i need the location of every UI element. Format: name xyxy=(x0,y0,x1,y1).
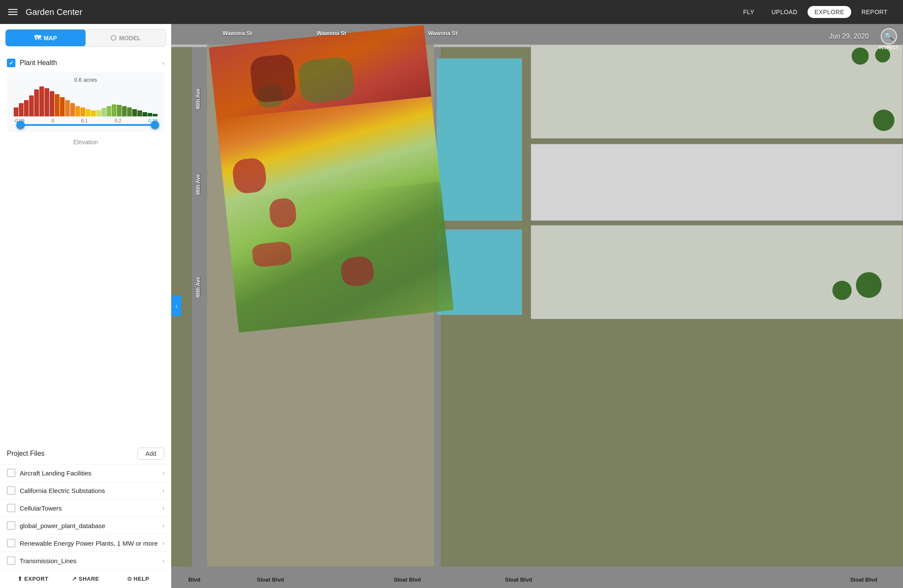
bar-28 xyxy=(153,114,157,116)
collapse-sidebar-button[interactable]: ‹ xyxy=(171,296,181,316)
view-toggle: 🗺 MAP ⬡ MODEL xyxy=(5,29,166,47)
app-title: Garden Center xyxy=(26,7,565,17)
bar-18 xyxy=(101,108,106,116)
plant-health-checkbox[interactable] xyxy=(7,59,15,67)
map-icon: 🗺 xyxy=(34,34,41,42)
bar-15 xyxy=(86,109,90,117)
plant-health-label: Plant Health xyxy=(20,59,158,67)
bar-3 xyxy=(24,100,29,117)
map-area[interactable]: Wawona St Wawona St Wawona St 46th Ave 4… xyxy=(171,24,565,368)
histogram-bars xyxy=(14,86,157,116)
menu-button[interactable] xyxy=(0,9,26,15)
slider-fill xyxy=(18,124,153,126)
bar-1 xyxy=(14,107,18,116)
wawona-label-3: Wawona St xyxy=(428,30,457,36)
bar-13 xyxy=(75,106,80,117)
axis-labels: -0.09 0 0.1 0.2 0.28 xyxy=(14,118,157,123)
slider-left-thumb[interactable] xyxy=(16,121,25,129)
sidebar: 🗺 MAP ⬡ MODEL Plant Health › 0.6 acres xyxy=(0,24,171,368)
bar-7 xyxy=(45,88,49,117)
warehouse-mid xyxy=(531,144,565,221)
axis-01: 0.1 xyxy=(81,118,88,123)
plant-health-chevron[interactable]: › xyxy=(162,59,164,66)
bar-9 xyxy=(55,94,59,117)
bar-8 xyxy=(50,91,54,117)
bar-4 xyxy=(29,95,34,116)
wawona-label-2: Wawona St xyxy=(317,30,346,36)
ndvi-dark-red xyxy=(249,53,297,103)
bar-16 xyxy=(91,110,95,116)
bar-21 xyxy=(117,105,122,116)
parking-lot xyxy=(531,45,565,139)
warehouse-bottom xyxy=(531,225,565,319)
axis-02: 0.2 xyxy=(115,118,121,123)
hamburger-icon[interactable] xyxy=(8,9,18,15)
bar-5 xyxy=(34,89,39,116)
ndvi-overlay xyxy=(209,25,454,333)
bar-25 xyxy=(137,110,142,116)
bar-24 xyxy=(132,109,137,117)
acres-label: 0.6 acres xyxy=(14,77,157,83)
bar-12 xyxy=(70,103,75,117)
bar-11 xyxy=(65,100,70,117)
map-toggle-button[interactable]: 🗺 MAP xyxy=(6,30,86,46)
model-toggle-button[interactable]: ⬡ MODEL xyxy=(86,30,166,46)
slider-container xyxy=(14,124,157,126)
elevation-label[interactable]: Elevation xyxy=(7,135,164,149)
46th-ave-label-2: 46th Ave xyxy=(195,161,201,195)
46th-ave-label-1: 46th Ave xyxy=(195,75,201,110)
bar-27 xyxy=(148,113,152,116)
building-teal xyxy=(437,58,522,221)
app-header: Garden Center FLY UPLOAD EXPLORE REPORT xyxy=(0,0,565,24)
aerial-map[interactable]: Wawona St Wawona St Wawona St 46th Ave 4… xyxy=(171,24,565,368)
bar-26 xyxy=(143,112,147,117)
plant-health-item: Plant Health › xyxy=(7,55,164,71)
histogram-container: 0.6 acres xyxy=(7,72,164,132)
bar-10 xyxy=(60,97,65,117)
bar-22 xyxy=(122,106,127,117)
bar-14 xyxy=(80,107,85,116)
bar-19 xyxy=(107,106,111,117)
layers-section: Plant Health › 0.6 acres xyxy=(0,52,171,368)
ndvi-red-patch-2 xyxy=(268,197,297,229)
46th-ave-label-3: 46th Ave xyxy=(195,264,201,298)
slider-right-thumb[interactable] xyxy=(151,121,159,129)
model-icon: ⬡ xyxy=(110,34,116,42)
axis-zero: 0 xyxy=(51,118,54,123)
bar-6 xyxy=(39,86,44,116)
slider-track xyxy=(18,124,153,126)
wawona-label-1: Wawona St xyxy=(223,30,252,36)
histogram-chart: -0.09 0 0.1 0.2 0.28 xyxy=(14,86,157,121)
bar-17 xyxy=(96,110,101,116)
bar-2 xyxy=(19,103,24,117)
ndvi-green-patch-1 xyxy=(297,56,355,104)
bar-23 xyxy=(127,107,132,116)
bar-20 xyxy=(112,104,116,116)
